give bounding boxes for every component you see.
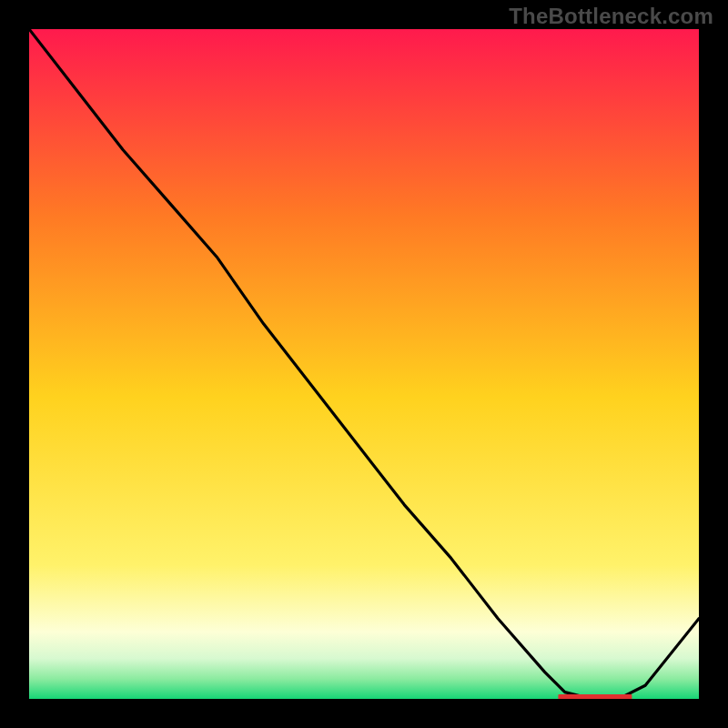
minimum-marker <box>558 694 632 699</box>
chart-frame: TheBottleneck.com <box>0 0 728 728</box>
watermark-text: TheBottleneck.com <box>509 4 713 29</box>
plot-area <box>29 29 699 699</box>
plot-svg <box>29 29 699 699</box>
gradient-rect <box>29 29 699 699</box>
